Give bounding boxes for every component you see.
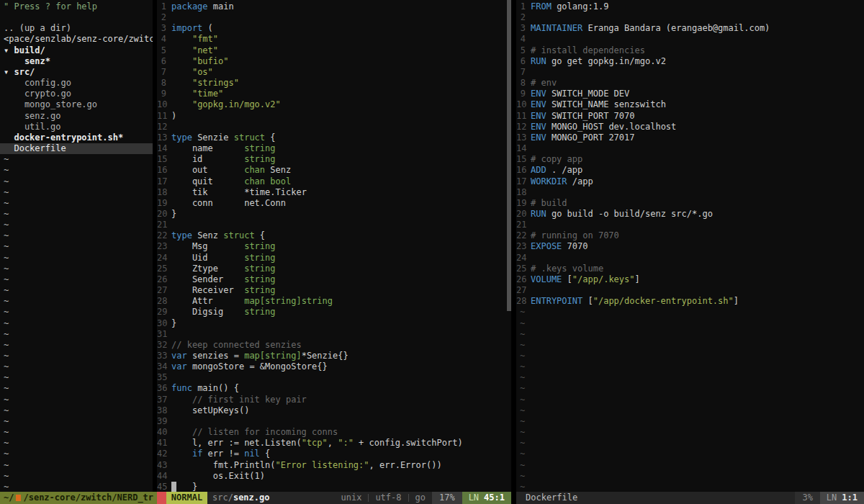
- line-number: 19: [516, 198, 531, 209]
- code-line[interactable]: 22type Senz struct {: [157, 230, 511, 241]
- code-line[interactable]: 6RUN go get gopkg.in/mgo.v2: [516, 56, 864, 67]
- code-line[interactable]: 38 setUpKeys(): [157, 405, 511, 416]
- code-line[interactable]: 9ENV SWITCH_MODE DEV: [516, 89, 864, 99]
- code-line[interactable]: 12: [157, 122, 511, 132]
- tree-item[interactable]: ▾ src/: [0, 67, 153, 78]
- tree-item[interactable]: mongo_store.go: [0, 99, 153, 110]
- code-line[interactable]: 4 "fmt": [157, 34, 511, 45]
- code-line[interactable]: 27 Receiver string: [157, 285, 511, 296]
- code-line[interactable]: 9 "time": [157, 89, 511, 99]
- empty-line-tilde: ~: [0, 329, 153, 340]
- code-line[interactable]: 10 "gopkg.in/mgo.v2": [157, 99, 511, 110]
- code-line[interactable]: 13type Senzie struct {: [157, 132, 511, 143]
- code-line[interactable]: 21: [516, 220, 864, 230]
- code-line[interactable]: 39: [157, 416, 511, 427]
- code-line[interactable]: 14 name string: [157, 143, 511, 154]
- code-line[interactable]: 17 quit chan bool: [157, 176, 511, 187]
- code-line[interactable]: 2: [157, 12, 511, 23]
- tree-item[interactable]: ▾ build/: [0, 45, 153, 56]
- code-line[interactable]: 25 Ztype string: [157, 264, 511, 274]
- code-line[interactable]: 1package main: [157, 1, 511, 12]
- code-line[interactable]: 42 if err != nil {: [157, 449, 511, 459]
- code-line[interactable]: 31: [157, 329, 511, 340]
- code-line[interactable]: 28 Attr map[string]string: [157, 296, 511, 307]
- nerdtree-file-list: " Press ? for help .. (up a dir)<pace/se…: [0, 1, 153, 492]
- code-line[interactable]: 20RUN go build -o build/senz src/*.go: [516, 209, 864, 220]
- code-line[interactable]: 26VOLUME ["/app/.keys"]: [516, 274, 864, 285]
- code-line[interactable]: 25# .keys volume: [516, 264, 864, 274]
- code-line[interactable]: 12ENV MONGO_HOST dev.localhost: [516, 122, 864, 132]
- line-number: 34: [157, 361, 171, 372]
- code-line[interactable]: 3import (: [157, 23, 511, 34]
- code-line[interactable]: 8 "strings": [157, 78, 511, 89]
- code-line[interactable]: 33var senzies = map[string]*Senzie{}: [157, 351, 511, 361]
- empty-line-tilde: ~: [516, 307, 864, 318]
- code-line[interactable]: 22# running on 7070: [516, 230, 864, 241]
- tree-item[interactable]: docker-entrypoint.sh*: [0, 132, 153, 143]
- line-number: 31: [157, 329, 171, 340]
- code-line[interactable]: 18: [516, 187, 864, 198]
- code-line[interactable]: 7 "os": [157, 67, 511, 78]
- code-line[interactable]: 20}: [157, 209, 511, 220]
- code-line[interactable]: 16 out chan Senz: [157, 165, 511, 176]
- empty-line-tilde: ~: [516, 383, 864, 394]
- code-line[interactable]: 37 // first init key pair: [157, 395, 511, 405]
- code-line[interactable]: 5 "net": [157, 45, 511, 56]
- line-number: 4: [157, 34, 171, 45]
- code-line[interactable]: 44 os.Exit(1): [157, 471, 511, 482]
- code-line[interactable]: 2: [516, 12, 864, 23]
- tree-item[interactable]: senz*: [0, 56, 153, 67]
- code-line[interactable]: 41 l, err := net.Listen("tcp", ":" + con…: [157, 438, 511, 449]
- tree-item[interactable]: config.go: [0, 78, 153, 89]
- line-number: 40: [157, 427, 171, 438]
- code-line[interactable]: 30}: [157, 318, 511, 329]
- code-line[interactable]: 18 tik *time.Ticker: [157, 187, 511, 198]
- code-line[interactable]: 28ENTRYPOINT ["/app/docker-entrypoint.sh…: [516, 296, 864, 307]
- code-line[interactable]: 23EXPOSE 7070: [516, 241, 864, 252]
- tree-item[interactable]: crypto.go: [0, 89, 153, 99]
- code-line[interactable]: 40 // listen for incoming conns: [157, 427, 511, 438]
- code-line[interactable]: 24: [516, 253, 864, 264]
- code-line[interactable]: 29 Digsig string: [157, 307, 511, 318]
- code-line[interactable]: 26 Sender string: [157, 274, 511, 285]
- tree-item[interactable]: " Press ? for help: [0, 1, 153, 12]
- line-number: 22: [516, 230, 531, 241]
- code-line[interactable]: 34var mongoStore = &MongoStore{}: [157, 361, 511, 372]
- empty-line-tilde: ~: [0, 274, 153, 285]
- line-number: 11: [516, 111, 531, 122]
- code-line[interactable]: 16ADD . /app: [516, 165, 864, 176]
- code-line[interactable]: 14: [516, 143, 864, 154]
- code-line[interactable]: 8# env: [516, 78, 864, 89]
- line-number: 15: [157, 154, 171, 165]
- tree-item[interactable]: Dockerfile: [0, 143, 153, 154]
- code-line[interactable]: 45 }: [157, 482, 511, 492]
- code-line[interactable]: 5# install dependencies: [516, 45, 864, 56]
- code-line[interactable]: 3MAINTAINER Eranga Bandara (erangaeb@gma…: [516, 23, 864, 34]
- code-line[interactable]: 21: [157, 220, 511, 230]
- code-line[interactable]: 43 fmt.Println("Error listening:", err.E…: [157, 460, 511, 471]
- code-line[interactable]: 11): [157, 111, 511, 122]
- code-line[interactable]: 36func main() {: [157, 383, 511, 394]
- code-line[interactable]: 23 Msg string: [157, 241, 511, 252]
- code-line[interactable]: 19 conn net.Conn: [157, 198, 511, 209]
- tree-item[interactable]: senz.go: [0, 111, 153, 122]
- code-line[interactable]: 27: [516, 285, 864, 296]
- code-line[interactable]: 35: [157, 372, 511, 383]
- code-line[interactable]: 10ENV SWITCH_NAME senzswitch: [516, 99, 864, 110]
- code-line[interactable]: 19# build: [516, 198, 864, 209]
- tree-item[interactable]: .. (up a dir): [0, 23, 153, 34]
- code-line[interactable]: 17WORKDIR /app: [516, 176, 864, 187]
- code-line[interactable]: 4: [516, 34, 864, 45]
- tree-item[interactable]: <pace/senzlab/senz-core/zwitch/: [0, 34, 153, 45]
- code-line[interactable]: 15# copy app: [516, 154, 864, 165]
- code-line[interactable]: 6 "bufio": [157, 56, 511, 67]
- tree-item[interactable]: util.go: [0, 122, 153, 132]
- code-line[interactable]: 11ENV SWITCH_PORT 7070: [516, 111, 864, 122]
- tree-item[interactable]: [0, 12, 153, 23]
- code-line[interactable]: 32// keep connected senzies: [157, 340, 511, 351]
- code-line[interactable]: 1FROM golang:1.9: [516, 1, 864, 12]
- code-line[interactable]: 24 Uid string: [157, 253, 511, 264]
- code-line[interactable]: 7: [516, 67, 864, 78]
- code-line[interactable]: 15 id string: [157, 154, 511, 165]
- code-line[interactable]: 13ENV MONGO_PORT 27017: [516, 132, 864, 143]
